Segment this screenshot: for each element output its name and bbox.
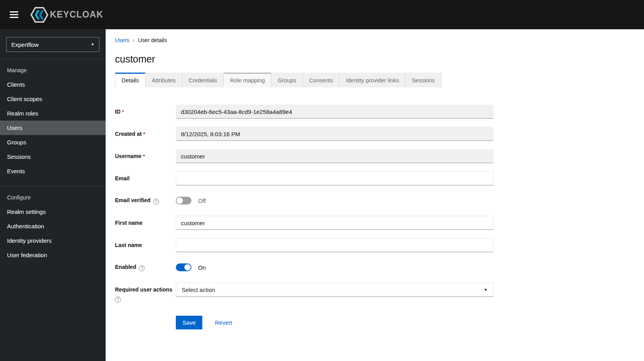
sidebar-item-client-scopes[interactable]: Client scopes	[0, 92, 106, 106]
field-label-last-name: Last name	[115, 242, 176, 249]
sidebar-item-realm-settings[interactable]: Realm settings	[0, 205, 106, 219]
sidebar-item-sessions[interactable]: Sessions	[0, 149, 106, 164]
realm-selector-dropdown[interactable]: Expertflow ▼	[6, 37, 99, 52]
field-label-enabled: Enabled?	[115, 263, 176, 271]
form-row-last-name: Last name	[115, 238, 635, 252]
nav-section-manage: Manage Clients Client scopes Realm roles…	[0, 59, 106, 181]
form-row-required-user-actions: Required user actions ? Select action ▼	[115, 283, 635, 302]
form-actions: Save Revert	[176, 316, 635, 345]
field-label-first-name: First name	[115, 219, 176, 227]
form-row-email-verified: Email verified? Off	[115, 194, 635, 208]
main-content: Users › User details customer Details At…	[106, 29, 644, 361]
tab-groups[interactable]: Groups	[271, 73, 303, 87]
masthead: KEYCLOAK	[0, 0, 644, 29]
sidebar-item-clients[interactable]: Clients	[0, 77, 106, 92]
help-icon[interactable]: ?	[115, 297, 121, 302]
sidebar-item-events[interactable]: Events	[0, 164, 106, 178]
breadcrumb-users-link[interactable]: Users	[115, 37, 129, 43]
breadcrumb-divider-icon: ›	[133, 37, 135, 43]
sidebar-item-authentication[interactable]: Authentication	[0, 219, 106, 233]
nav-toggle-button[interactable]	[6, 7, 22, 23]
form-row-id: ID*	[115, 105, 635, 119]
sidebar-item-realm-roles[interactable]: Realm roles	[0, 106, 106, 121]
username-field[interactable]	[176, 149, 494, 163]
field-label-created-at: Created at*	[115, 130, 176, 138]
sidebar-item-groups[interactable]: Groups	[0, 135, 106, 149]
last-name-field[interactable]	[176, 238, 494, 252]
tab-attributes[interactable]: Attributes	[145, 73, 182, 87]
form-row-email: Email	[115, 171, 635, 185]
tab-bar: Details Attributes Credentials Role mapp…	[115, 73, 635, 87]
help-icon[interactable]: ?	[153, 199, 159, 205]
form-row-first-name: First name	[115, 216, 635, 230]
keycloak-logo-icon	[30, 7, 48, 23]
first-name-field[interactable]	[176, 216, 494, 230]
user-details-form: ID* Created at* Username*	[115, 105, 635, 345]
required-asterisk: *	[122, 109, 124, 115]
tab-details[interactable]: Details	[115, 73, 145, 87]
required-user-actions-select[interactable]: Select action ▼	[176, 283, 494, 297]
nav-section-configure: Configure Realm settings Authentication …	[0, 186, 106, 265]
caret-down-icon: ▼	[484, 288, 488, 292]
field-label-email: Email	[115, 175, 176, 182]
tab-identity-provider-links[interactable]: Identity provider links	[340, 73, 405, 87]
created-at-field[interactable]	[176, 127, 494, 141]
tab-credentials[interactable]: Credentials	[182, 73, 224, 87]
tab-role-mapping[interactable]: Role mapping	[224, 73, 271, 87]
enabled-state: On	[198, 264, 206, 271]
email-field[interactable]	[176, 171, 494, 185]
sidebar-item-users[interactable]: Users	[0, 121, 106, 135]
field-label-username: Username*	[115, 153, 176, 160]
nav-section-title-configure: Configure	[0, 190, 106, 205]
select-placeholder: Select action	[182, 286, 215, 293]
sidebar-item-user-federation[interactable]: User federation	[0, 248, 106, 262]
field-label-id: ID*	[115, 108, 176, 116]
id-field[interactable]	[176, 105, 494, 119]
save-button[interactable]: Save	[176, 316, 202, 329]
form-row-username: Username*	[115, 149, 635, 163]
form-row-enabled: Enabled? On	[115, 260, 635, 274]
form-row-created-at: Created at*	[115, 127, 635, 141]
breadcrumb-current: User details	[138, 37, 167, 43]
chevron-down-icon: ▼	[91, 43, 94, 46]
tab-consents[interactable]: Consents	[303, 73, 340, 87]
breadcrumb: Users › User details	[115, 37, 635, 43]
revert-button[interactable]: Revert	[215, 319, 232, 326]
help-icon[interactable]: ?	[139, 265, 145, 271]
email-verified-state: Off	[198, 197, 206, 204]
keycloak-brand-link[interactable]: KEYCLOAK	[30, 7, 103, 23]
email-verified-toggle[interactable]	[176, 197, 191, 205]
brand-wordmark: KEYCLOAK	[50, 9, 103, 20]
realm-selector-label: Expertflow	[11, 41, 39, 48]
enabled-toggle[interactable]	[176, 263, 191, 271]
required-asterisk: *	[143, 131, 145, 137]
sidebar-item-identity-providers[interactable]: Identity providers	[0, 233, 106, 248]
nav-section-title-manage: Manage	[0, 62, 106, 77]
tab-sessions[interactable]: Sessions	[405, 73, 441, 87]
field-label-required-user-actions: Required user actions ?	[115, 283, 176, 302]
field-label-email-verified: Email verified?	[115, 197, 176, 205]
required-asterisk: *	[143, 153, 145, 159]
sidebar-nav: Expertflow ▼ Manage Clients Client scope…	[0, 29, 106, 361]
page-title: customer	[115, 53, 635, 65]
